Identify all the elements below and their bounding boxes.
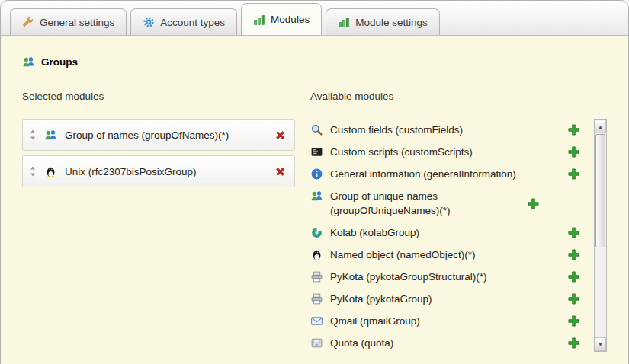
available-module-label: Custom fields (customFields)	[330, 123, 561, 137]
available-module-row: Quota (quota)	[310, 332, 589, 354]
wrench-icon	[22, 16, 34, 28]
available-module-row: PyKota (pykotaGroupStructural)(*)	[310, 266, 589, 288]
kolab-icon	[310, 226, 323, 239]
arrow-down-icon: ▼	[598, 342, 603, 347]
drag-handle-icon[interactable]	[29, 129, 37, 140]
config-panel: General settings Account types Modules M…	[0, 0, 629, 364]
add-module-icon[interactable]	[567, 226, 580, 239]
available-module-label: Kolab (kolabGroup)	[330, 225, 561, 240]
available-module-label: General information (generalInformation)	[330, 167, 561, 181]
mail-icon	[310, 315, 323, 327]
scrollbar-thumb[interactable]	[595, 134, 605, 247]
arrow-up-icon: ▲	[598, 124, 603, 129]
tab-label: Module settings	[355, 17, 428, 28]
available-module-label: Qmail (qmailGroup)	[330, 314, 561, 328]
available-module-row: Named object (namedObject)(*)	[310, 244, 589, 266]
selected-modules-column: Selected modules Group of names (groupOf…	[22, 78, 295, 354]
selected-module-label: Group of names (groupOfNames)(*)	[65, 129, 266, 141]
scroll-down-button[interactable]: ▼	[595, 337, 606, 351]
tab-label: Account types	[160, 17, 225, 28]
tux-icon	[310, 248, 323, 261]
tab-label: General settings	[40, 17, 114, 28]
printer-icon	[310, 270, 323, 283]
printer-icon	[310, 292, 323, 305]
available-module-row: Custom scripts (customScripts)	[310, 141, 589, 163]
selected-module-label: Unix (rfc2307bisPosixGroup)	[65, 166, 266, 177]
group-icon	[44, 129, 57, 142]
tab-modules[interactable]: Modules	[241, 3, 322, 35]
drag-handle-icon[interactable]	[29, 166, 37, 177]
group-icon	[22, 56, 35, 69]
add-module-icon[interactable]	[567, 292, 580, 305]
remove-module-icon[interactable]	[274, 165, 287, 178]
add-module-icon[interactable]	[567, 337, 580, 350]
available-module-row: Custom fields (customFields)	[310, 119, 589, 141]
add-module-icon[interactable]	[567, 145, 580, 158]
available-module-label: PyKota (pykotaGroup)	[330, 292, 561, 306]
available-module-label: Named object (namedObject)(*)	[330, 247, 561, 262]
available-module-label: Quota (quota)	[330, 336, 561, 350]
disk-icon	[310, 337, 323, 350]
modules-chart-icon	[338, 16, 350, 28]
info-icon	[310, 168, 323, 180]
content-area: Groups Selected modules Group of names (…	[1, 36, 628, 354]
available-module-label: Group of unique names (groupOfUniqueName…	[330, 189, 521, 218]
tab-bar: General settings Account types Modules M…	[1, 1, 628, 36]
available-modules-heading: Available modules	[310, 91, 607, 102]
selected-module-row[interactable]: Unix (rfc2307bisPosixGroup)	[22, 155, 295, 187]
available-module-label: Custom scripts (customScripts)	[330, 145, 561, 159]
available-modules-scrollbar[interactable]: ▲ ▼	[594, 119, 607, 352]
magnifier-icon	[310, 123, 323, 136]
tux-icon	[44, 165, 57, 178]
add-module-icon[interactable]	[567, 248, 580, 261]
scrollbar-track[interactable]	[595, 133, 606, 337]
section-heading: Groups	[22, 56, 607, 75]
add-module-icon[interactable]	[567, 168, 580, 180]
available-module-row: Group of unique names (groupOfUniqueName…	[310, 185, 589, 222]
group-icon	[310, 190, 323, 203]
script-icon	[310, 145, 323, 158]
add-module-icon[interactable]	[567, 270, 580, 283]
scroll-up-button[interactable]: ▲	[595, 120, 606, 133]
available-module-row: PyKota (pykotaGroup)	[310, 288, 589, 310]
modules-chart-icon	[253, 14, 265, 26]
available-module-row: Qmail (qmailGroup)	[310, 310, 589, 332]
add-module-icon[interactable]	[527, 197, 540, 210]
gear-icon	[143, 16, 155, 28]
tab-account-types[interactable]: Account types	[130, 8, 237, 35]
tab-label: Modules	[271, 14, 310, 25]
available-module-label: PyKota (pykotaGroupStructural)(*)	[330, 270, 561, 284]
selected-modules-heading: Selected modules	[22, 91, 295, 102]
section-title: Groups	[41, 56, 78, 68]
available-modules-list: Custom fields (customFields) Custom scri…	[310, 119, 589, 354]
available-module-row: Kolab (kolabGroup)	[310, 222, 589, 244]
remove-module-icon[interactable]	[274, 129, 287, 142]
add-module-icon[interactable]	[567, 315, 580, 327]
add-module-icon[interactable]	[567, 123, 580, 136]
available-modules-column: Available modules Custom fields (customF…	[310, 78, 607, 354]
available-module-row: General information (generalInformation)	[310, 163, 589, 185]
tab-general-settings[interactable]: General settings	[10, 8, 127, 35]
tab-module-settings[interactable]: Module settings	[326, 8, 440, 35]
selected-module-row[interactable]: Group of names (groupOfNames)(*)	[22, 119, 295, 151]
